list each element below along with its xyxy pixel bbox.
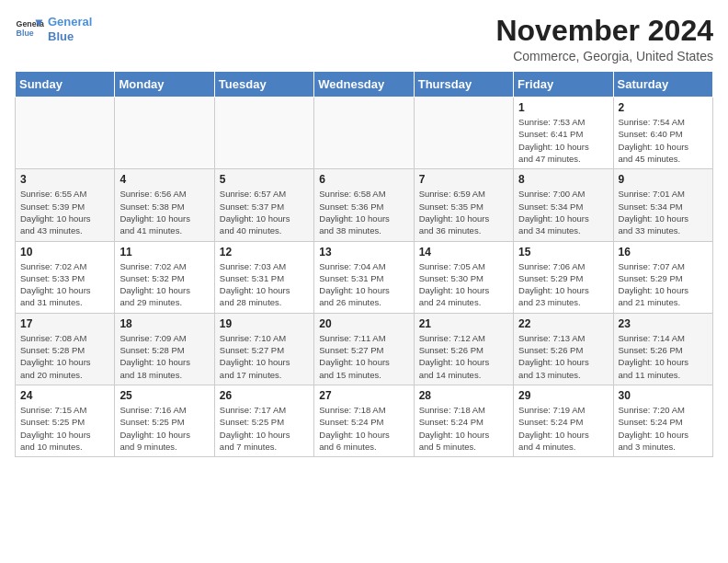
title-area: November 2024 Commerce, Georgia, United … [495, 15, 713, 63]
day-info: Sunrise: 7:17 AMSunset: 5:25 PMDaylight:… [220, 404, 309, 453]
day-number: 14 [419, 246, 508, 259]
calendar-cell [214, 98, 313, 169]
day-number: 22 [518, 317, 608, 330]
day-info: Sunrise: 6:59 AMSunset: 5:35 PMDaylight:… [419, 188, 508, 236]
day-info: Sunrise: 7:14 AMSunset: 5:26 PMDaylight:… [619, 332, 708, 381]
day-number: 2 [619, 101, 708, 114]
day-info: Sunrise: 7:00 AMSunset: 5:34 PMDaylight:… [518, 188, 608, 236]
location: Commerce, Georgia, United States [495, 49, 713, 63]
day-number: 18 [119, 317, 209, 330]
day-info: Sunrise: 7:54 AMSunset: 6:40 PMDaylight:… [619, 116, 708, 165]
calendar-header-thursday: Thursday [414, 72, 513, 98]
logo-text: GeneralBlue [48, 15, 92, 43]
day-number: 25 [119, 389, 209, 402]
calendar-table: SundayMondayTuesdayWednesdayThursdayFrid… [15, 71, 713, 457]
calendar-cell: 16Sunrise: 7:07 AMSunset: 5:29 PMDayligh… [613, 241, 712, 313]
calendar-header-saturday: Saturday [613, 72, 712, 98]
day-info: Sunrise: 7:19 AMSunset: 5:24 PMDaylight:… [518, 404, 608, 453]
calendar-cell: 11Sunrise: 7:02 AMSunset: 5:32 PMDayligh… [115, 241, 214, 313]
calendar-cell: 5Sunrise: 6:57 AMSunset: 5:37 PMDaylight… [214, 169, 313, 241]
day-number: 15 [518, 246, 608, 259]
day-number: 29 [518, 389, 608, 402]
day-info: Sunrise: 7:18 AMSunset: 5:24 PMDaylight:… [419, 404, 508, 453]
calendar-cell: 28Sunrise: 7:18 AMSunset: 5:24 PMDayligh… [414, 385, 513, 456]
calendar-cell: 12Sunrise: 7:03 AMSunset: 5:31 PMDayligh… [214, 241, 313, 313]
day-number: 17 [20, 317, 109, 330]
day-info: Sunrise: 7:18 AMSunset: 5:24 PMDaylight:… [319, 404, 408, 453]
logo: General Blue GeneralBlue [15, 15, 92, 43]
day-number: 6 [319, 173, 408, 186]
calendar-cell: 30Sunrise: 7:20 AMSunset: 5:24 PMDayligh… [613, 385, 712, 456]
calendar-cell: 29Sunrise: 7:19 AMSunset: 5:24 PMDayligh… [514, 385, 613, 456]
calendar-cell: 19Sunrise: 7:10 AMSunset: 5:27 PMDayligh… [214, 313, 313, 385]
calendar-cell: 20Sunrise: 7:11 AMSunset: 5:27 PMDayligh… [314, 313, 414, 385]
calendar-cell: 8Sunrise: 7:00 AMSunset: 5:34 PMDaylight… [514, 169, 613, 241]
day-number: 20 [319, 317, 408, 330]
calendar-week-0: 1Sunrise: 7:53 AMSunset: 6:41 PMDaylight… [16, 98, 713, 169]
day-info: Sunrise: 7:03 AMSunset: 5:31 PMDaylight:… [220, 260, 309, 309]
day-info: Sunrise: 7:11 AMSunset: 5:27 PMDaylight:… [319, 332, 408, 381]
calendar-header-sunday: Sunday [16, 72, 115, 98]
calendar-header-row: SundayMondayTuesdayWednesdayThursdayFrid… [16, 72, 713, 98]
calendar-cell: 26Sunrise: 7:17 AMSunset: 5:25 PMDayligh… [214, 385, 313, 456]
day-info: Sunrise: 6:55 AMSunset: 5:39 PMDaylight:… [20, 188, 109, 236]
calendar-cell: 27Sunrise: 7:18 AMSunset: 5:24 PMDayligh… [314, 385, 414, 456]
calendar-cell: 10Sunrise: 7:02 AMSunset: 5:33 PMDayligh… [16, 241, 115, 313]
day-number: 8 [518, 173, 608, 186]
calendar-cell: 22Sunrise: 7:13 AMSunset: 5:26 PMDayligh… [514, 313, 613, 385]
calendar-header-friday: Friday [514, 72, 613, 98]
day-info: Sunrise: 7:02 AMSunset: 5:32 PMDaylight:… [119, 260, 209, 309]
day-number: 19 [220, 317, 309, 330]
day-number: 30 [619, 389, 708, 402]
day-info: Sunrise: 7:02 AMSunset: 5:33 PMDaylight:… [20, 260, 109, 309]
calendar-cell [414, 98, 513, 169]
day-number: 13 [319, 246, 408, 259]
day-info: Sunrise: 7:04 AMSunset: 5:31 PMDaylight:… [319, 260, 408, 309]
calendar-cell: 1Sunrise: 7:53 AMSunset: 6:41 PMDaylight… [514, 98, 613, 169]
day-number: 3 [20, 173, 109, 186]
day-number: 24 [20, 389, 109, 402]
day-number: 4 [119, 173, 209, 186]
day-info: Sunrise: 7:10 AMSunset: 5:27 PMDaylight:… [220, 332, 309, 381]
calendar-week-3: 17Sunrise: 7:08 AMSunset: 5:28 PMDayligh… [16, 313, 713, 385]
calendar-header-tuesday: Tuesday [214, 72, 313, 98]
calendar-cell: 17Sunrise: 7:08 AMSunset: 5:28 PMDayligh… [16, 313, 115, 385]
day-number: 11 [119, 246, 209, 259]
calendar-week-2: 10Sunrise: 7:02 AMSunset: 5:33 PMDayligh… [16, 241, 713, 313]
calendar-cell: 14Sunrise: 7:05 AMSunset: 5:30 PMDayligh… [414, 241, 513, 313]
calendar-cell [314, 98, 414, 169]
day-number: 23 [619, 317, 708, 330]
calendar-cell: 4Sunrise: 6:56 AMSunset: 5:38 PMDaylight… [115, 169, 214, 241]
day-info: Sunrise: 7:16 AMSunset: 5:25 PMDaylight:… [119, 404, 209, 453]
calendar-cell: 9Sunrise: 7:01 AMSunset: 5:34 PMDaylight… [613, 169, 712, 241]
calendar-cell: 13Sunrise: 7:04 AMSunset: 5:31 PMDayligh… [314, 241, 414, 313]
calendar-cell [115, 98, 214, 169]
calendar-cell: 24Sunrise: 7:15 AMSunset: 5:25 PMDayligh… [16, 385, 115, 456]
calendar-cell: 7Sunrise: 6:59 AMSunset: 5:35 PMDaylight… [414, 169, 513, 241]
day-number: 9 [619, 173, 708, 186]
calendar-week-1: 3Sunrise: 6:55 AMSunset: 5:39 PMDaylight… [16, 169, 713, 241]
month-title: November 2024 [495, 15, 713, 47]
day-info: Sunrise: 7:09 AMSunset: 5:28 PMDaylight:… [119, 332, 209, 381]
day-info: Sunrise: 7:01 AMSunset: 5:34 PMDaylight:… [619, 188, 708, 236]
calendar-header-monday: Monday [115, 72, 214, 98]
day-info: Sunrise: 7:05 AMSunset: 5:30 PMDaylight:… [419, 260, 508, 309]
calendar-cell: 23Sunrise: 7:14 AMSunset: 5:26 PMDayligh… [613, 313, 712, 385]
day-info: Sunrise: 7:13 AMSunset: 5:26 PMDaylight:… [518, 332, 608, 381]
day-number: 12 [220, 246, 309, 259]
day-number: 7 [419, 173, 508, 186]
calendar-cell [16, 98, 115, 169]
day-number: 1 [518, 101, 608, 114]
day-info: Sunrise: 7:07 AMSunset: 5:29 PMDaylight:… [619, 260, 708, 309]
calendar-week-4: 24Sunrise: 7:15 AMSunset: 5:25 PMDayligh… [16, 385, 713, 456]
day-info: Sunrise: 7:20 AMSunset: 5:24 PMDaylight:… [619, 404, 708, 453]
calendar-cell: 18Sunrise: 7:09 AMSunset: 5:28 PMDayligh… [115, 313, 214, 385]
logo-icon: General Blue [15, 17, 44, 42]
calendar-cell: 15Sunrise: 7:06 AMSunset: 5:29 PMDayligh… [514, 241, 613, 313]
day-number: 21 [419, 317, 508, 330]
day-info: Sunrise: 7:06 AMSunset: 5:29 PMDaylight:… [518, 260, 608, 309]
day-number: 27 [319, 389, 408, 402]
calendar-cell: 6Sunrise: 6:58 AMSunset: 5:36 PMDaylight… [314, 169, 414, 241]
calendar-cell: 3Sunrise: 6:55 AMSunset: 5:39 PMDaylight… [16, 169, 115, 241]
day-number: 28 [419, 389, 508, 402]
